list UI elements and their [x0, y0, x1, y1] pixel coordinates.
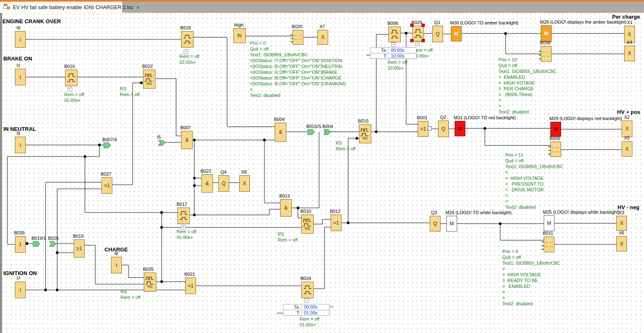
block-M29[interactable]: M: [550, 122, 561, 137]
block-glyph-label: M: [554, 127, 558, 132]
comment-line: =: [505, 198, 563, 204]
expand-icon-0[interactable]: +: [184, 49, 188, 54]
input-connector-B004[interactable]: [324, 129, 331, 137]
block-label-Q1: Q1: [434, 20, 441, 25]
block-B021[interactable]: =1: [185, 278, 196, 294]
block-B006[interactable]: [388, 27, 401, 42]
wire[interactable]: [7, 145, 99, 244]
block-I8[interactable]: I: [111, 257, 122, 273]
block-B025[interactable]: RS: [144, 273, 156, 292]
comment-line: =: [502, 266, 560, 272]
wire[interactable]: [485, 128, 550, 145]
block-Q1[interactable]: Q: [432, 26, 443, 42]
block-I5[interactable]: I: [15, 137, 26, 153]
wire[interactable]: [112, 83, 143, 185]
wire[interactable]: [122, 265, 144, 278]
block-B007[interactable]: &: [181, 131, 193, 149]
block-B027[interactable]: =1: [102, 177, 112, 194]
selection-handle[interactable]: [421, 24, 425, 27]
block-glyph-label: X: [628, 51, 631, 56]
block-I6[interactable]: I: [15, 31, 26, 48]
block-label-B019: B019: [73, 234, 84, 239]
block-X4[interactable]: X: [624, 46, 635, 61]
block-Q3[interactable]: Q: [430, 216, 441, 232]
wire[interactable]: [406, 33, 418, 124]
timer-param-table-1: Ta:00:00sT:01:00s: [283, 304, 329, 316]
comment-text-3: Prio = 5Quit = offText1: ISO8859_1/Both/…: [502, 249, 560, 306]
section-title-2: IN NEUTRAL: [3, 126, 36, 132]
block-I1[interactable]: I: [15, 69, 26, 85]
block-High[interactable]: hi: [233, 28, 246, 43]
block-B024[interactable]: [301, 282, 314, 298]
block-M31[interactable]: M: [455, 121, 465, 136]
block-B023[interactable]: &: [201, 174, 213, 193]
wire[interactable]: [155, 79, 181, 136]
selection-handle[interactable]: [410, 39, 414, 42]
block-I7[interactable]: I: [15, 282, 26, 298]
timer-rs-glyph-icon: [360, 128, 370, 137]
collapse-icon-5[interactable]: −: [305, 298, 309, 303]
block-M26[interactable]: M: [446, 216, 457, 232]
rs-glyph-label: RS: [305, 227, 310, 231]
block-glyph-label: M: [458, 126, 462, 131]
block-B022[interactable]: RS: [143, 70, 155, 89]
selection-handle[interactable]: [410, 24, 414, 27]
param-label: T:: [283, 310, 302, 316]
block-X2[interactable]: X: [622, 121, 632, 137]
section-title-4: IGNITION ON: [3, 270, 37, 276]
block-B016[interactable]: [65, 70, 77, 86]
block-glyph-label: &: [185, 138, 189, 142]
selection-handle[interactable]: [421, 39, 425, 42]
wire[interactable]: [292, 132, 319, 208]
block-M25[interactable]: M: [544, 215, 554, 231]
block-B018[interactable]: [181, 31, 194, 48]
expand-icon-1[interactable]: +: [68, 87, 72, 92]
message-text-glyph: -- --: [545, 240, 553, 244]
block-B017[interactable]: [177, 208, 190, 224]
input-connector-I5[interactable]: [158, 140, 166, 147]
comment-line: = ENABLED: [502, 283, 560, 289]
block-B004[interactable]: &: [275, 123, 286, 142]
block-glyph-label: &: [206, 181, 209, 186]
block-glyph-label: Q: [433, 221, 437, 226]
block-label-B006: B006: [387, 21, 398, 26]
wire[interactable]: [500, 224, 544, 240]
block-label-B012: B012: [330, 209, 341, 214]
block-B012[interactable]: =1: [331, 215, 341, 231]
timer-rs-glyph-icon: [144, 73, 154, 82]
block-B026[interactable]: 1: [15, 236, 26, 253]
message-text-glyph: -- --: [294, 33, 302, 37]
wire[interactable]: [190, 209, 280, 215]
block-X3[interactable]: X: [616, 216, 627, 231]
block-glyph-label: hi: [237, 33, 241, 38]
collapse-icon-3[interactable]: −: [391, 42, 396, 47]
block-Q2[interactable]: Q: [438, 121, 449, 137]
block-B019[interactable]: ≥1: [74, 239, 85, 258]
wire[interactable]: [506, 34, 541, 54]
output-connector-B015S[interactable]: [307, 129, 315, 137]
block-M30[interactable]: M: [451, 26, 462, 41]
block-X8[interactable]: X: [239, 175, 250, 192]
input-connector-B026[interactable]: [49, 241, 57, 249]
block-Q4[interactable]: Q: [218, 175, 229, 192]
block-X5[interactable]: X: [622, 141, 632, 157]
block-label-B022: B022: [142, 64, 153, 69]
comment-text-11: Rem = off10:00s+: [387, 59, 407, 71]
block-B010[interactable]: RS: [301, 215, 314, 234]
wire[interactable]: [314, 220, 331, 224]
comment-line: = PRESSENT TO: [505, 181, 563, 187]
expand-icon-2[interactable]: +: [181, 225, 186, 229]
block-B013[interactable]: &: [280, 199, 292, 217]
output-connector-B0191[interactable]: [33, 241, 40, 249]
wire[interactable]: [314, 227, 331, 289]
block-B015[interactable]: RS: [359, 124, 371, 143]
block-glyph-label: I: [116, 263, 117, 268]
expand-icon-4[interactable]: +: [415, 41, 420, 46]
wire[interactable]: [264, 140, 280, 203]
block-M28[interactable]: M: [541, 25, 552, 42]
comment-line: =: [250, 87, 346, 92]
output-connector-B0074[interactable]: [104, 142, 111, 150]
block-X6[interactable]: X: [616, 236, 627, 251]
comment-line: = HIGH VOLTAGE: [505, 175, 563, 181]
block-B001[interactable]: =1: [418, 121, 429, 137]
